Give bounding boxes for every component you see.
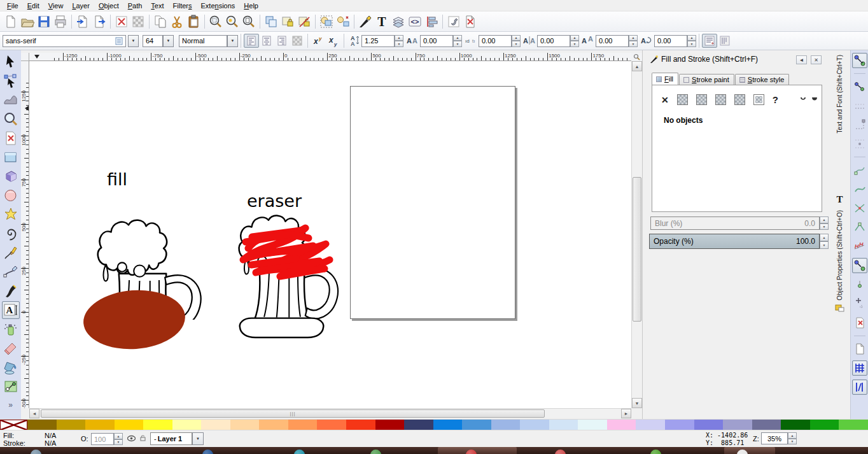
palette-swatch-22[interactable] xyxy=(665,420,694,430)
fill-value[interactable]: N/A xyxy=(45,432,56,439)
palette-swatch-9[interactable] xyxy=(288,420,318,430)
taskbar-app-icon-0[interactable] xyxy=(31,450,41,454)
fill-flat-button[interactable] xyxy=(677,94,688,105)
opacity-input[interactable]: 100 xyxy=(91,433,114,445)
export-bitmap-button[interactable] xyxy=(91,13,108,30)
fill-swatch-button[interactable] xyxy=(753,94,764,105)
snap-others-button[interactable] xyxy=(852,258,867,273)
document-page[interactable] xyxy=(350,86,515,319)
blur-slider[interactable]: Blur (%)0.0 xyxy=(650,216,820,230)
preferences-button[interactable] xyxy=(445,13,462,30)
word-spacing-spinner[interactable]: ▲▼ xyxy=(512,35,521,47)
snap-text-baseline-button[interactable]: HH xyxy=(852,239,867,254)
redo-button[interactable] xyxy=(130,13,146,30)
new-document-button[interactable] xyxy=(3,13,19,30)
line-height-input[interactable]: 1.25 xyxy=(361,35,395,47)
snap-guides-button[interactable] xyxy=(852,380,867,395)
taskbar-app-icon-6[interactable] xyxy=(650,450,661,454)
palette-swatch-14[interactable] xyxy=(433,420,463,430)
tool-measure[interactable] xyxy=(2,129,20,147)
beer-mug-erased[interactable] xyxy=(229,207,366,347)
text-horizontal-button[interactable] xyxy=(702,34,717,48)
tab-fill[interactable]: Fill xyxy=(652,73,678,85)
palette-swatch-1[interactable] xyxy=(57,420,86,430)
align-center-button[interactable] xyxy=(259,34,274,48)
vertical-ruler[interactable]: -500-250025050075010001250 xyxy=(21,61,29,408)
tool-rectangle[interactable] xyxy=(2,148,20,166)
scroll-down-button[interactable]: ▼ xyxy=(632,398,642,408)
char-rotation-input[interactable]: 0.00 xyxy=(654,35,687,47)
beer-mug-filled[interactable] xyxy=(64,210,207,363)
align-right-button[interactable] xyxy=(274,34,290,48)
group-objects-button[interactable] xyxy=(318,13,335,30)
unlink-clone-button[interactable] xyxy=(296,13,312,30)
blur-spinner[interactable]: ▲▼ xyxy=(820,216,829,230)
menu-extensions[interactable]: Extensions xyxy=(197,1,240,11)
snap-cusp-nodes-button[interactable] xyxy=(852,220,867,235)
font-size-input[interactable]: 64 xyxy=(143,35,163,47)
windows-taskbar[interactable] xyxy=(0,447,868,454)
stroke-value[interactable]: N/A xyxy=(45,439,56,447)
palette-swatch-8[interactable] xyxy=(259,420,288,430)
letter-spacing-spinner[interactable]: ▲▼ xyxy=(453,35,462,47)
canvas-text-fill[interactable]: fill xyxy=(107,169,127,189)
tab-stroke-paint[interactable]: Stroke paint xyxy=(679,74,734,85)
palette-swatch-13[interactable] xyxy=(404,420,433,430)
menu-edit[interactable]: Edit xyxy=(23,1,44,11)
palette-swatch-15[interactable] xyxy=(462,420,491,430)
palette-swatch-24[interactable] xyxy=(723,420,752,430)
horizontal-scroll-thumb[interactable]: ||| xyxy=(41,409,545,418)
snap-page-border-button[interactable] xyxy=(852,315,867,330)
fill-unknown-button[interactable]: ? xyxy=(773,94,778,105)
font-family-dropdown[interactable]: ▼ xyxy=(128,35,139,47)
palette-swatch-23[interactable] xyxy=(694,420,724,430)
snap-enable-button[interactable] xyxy=(852,53,867,68)
document-properties-button[interactable] xyxy=(462,13,479,30)
copy-button[interactable] xyxy=(152,13,169,30)
swatch-small-icon-1[interactable] xyxy=(800,97,806,103)
menu-filters[interactable]: Filters xyxy=(169,1,197,11)
fill-none-button[interactable]: ✕ xyxy=(661,95,669,105)
opacity-spin[interactable]: ▲▼ xyxy=(114,433,123,445)
line-height-spinner[interactable]: ▲▼ xyxy=(395,35,403,47)
tool-tweak[interactable] xyxy=(2,91,20,109)
taskbar-app-icon-2[interactable] xyxy=(294,450,305,454)
palette-swatch-20[interactable] xyxy=(607,420,636,430)
taskbar-app-icon-3[interactable] xyxy=(370,450,381,454)
palette-swatch-12[interactable] xyxy=(375,420,405,430)
panel-collapse-button[interactable]: ◄ xyxy=(796,55,807,64)
layer-visibility-icon[interactable] xyxy=(127,435,136,442)
menu-help[interactable]: Help xyxy=(239,1,263,11)
font-style-input[interactable]: Normal xyxy=(179,35,227,47)
layer-lock-icon[interactable] xyxy=(139,434,146,442)
palette-swatch-26[interactable] xyxy=(781,420,810,430)
dock-tab-text-font[interactable]: Text and Font (Shift+Ctrl+T)T xyxy=(831,55,848,205)
scroll-right-button[interactable]: ► xyxy=(621,409,631,418)
text-font-dialog-button[interactable]: T xyxy=(374,13,390,30)
tool-star[interactable] xyxy=(2,206,20,223)
snap-paths-button[interactable] xyxy=(852,181,867,197)
zoom-selection-button[interactable] xyxy=(207,13,224,30)
paste-button[interactable] xyxy=(185,13,202,30)
palette-swatch-2[interactable] xyxy=(85,420,115,430)
tool-ellipse[interactable] xyxy=(2,187,20,204)
snap-bbox-centers-button[interactable] xyxy=(852,136,867,152)
align-justify-button[interactable] xyxy=(290,34,305,48)
zoom-input[interactable]: 35% xyxy=(761,432,788,444)
import-bitmap-button[interactable] xyxy=(74,13,91,30)
swatch-small-icon-2[interactable] xyxy=(811,97,818,103)
letter-spacing-input[interactable]: 0.00 xyxy=(420,35,453,47)
panel-close-button[interactable]: ✕ xyxy=(811,55,822,64)
snap-page-button[interactable] xyxy=(852,341,867,357)
tab-stroke-style[interactable]: Stroke style xyxy=(735,74,789,85)
palette-swatch-19[interactable] xyxy=(578,420,607,430)
create-clone-button[interactable] xyxy=(279,13,296,30)
subscript-button[interactable]: xy xyxy=(326,34,341,48)
ungroup-objects-button[interactable] xyxy=(335,13,351,30)
taskbar-active-segment[interactable] xyxy=(438,447,517,454)
fill-stroke-dialog-button[interactable] xyxy=(357,13,374,30)
tool-selector[interactable] xyxy=(2,53,20,71)
zoom-page-button[interactable] xyxy=(241,13,257,30)
align-left-button[interactable] xyxy=(244,34,259,48)
palette-swatch-3[interactable] xyxy=(115,420,144,430)
